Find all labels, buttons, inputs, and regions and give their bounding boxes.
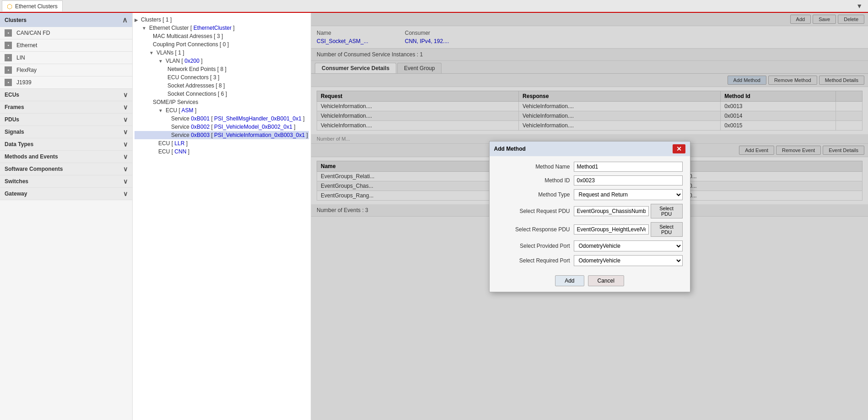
tree-cluster[interactable]: ▼ Ethernet Cluster [ EthernetCluster ] [135,24,309,32]
gateway-expand-icon: ∨ [123,190,128,197]
provided-port-select[interactable]: OdometryVehicle [574,240,683,251]
method-id-field: Method ID [497,175,683,185]
sidebar-item-label: J1939 [16,79,32,86]
sidebar-item-flexray[interactable]: ▪ FlexRay [0,64,132,76]
method-type-field: Method Type Request and Return Fire and … [497,189,683,200]
tree-coupling[interactable]: Coupling Port Connections [ 0 ] [135,40,309,49]
request-pdu-input[interactable] [574,206,649,216]
method-name-input[interactable] [574,162,683,172]
request-pdu-label: Select Request PDU [497,208,570,214]
tree-sockconn-label: Socket Connections [ 6 ] [167,91,227,97]
sidebar-section-frames[interactable]: Frames ∨ [0,101,132,114]
tree-vlans[interactable]: ▼ VLANs [ 1 ] [135,49,309,57]
methods-expand-icon: ∨ [123,153,128,160]
modal-cancel-button[interactable]: Cancel [588,275,624,286]
sidebar: Clusters ∧ ▪ CAN/CAN FD ▪ Ethernet ▪ LIN… [0,13,133,420]
required-port-label: Select Required Port [497,257,570,264]
pdus-expand-icon: ∨ [123,116,128,123]
sidebar-item-ethernet[interactable]: ▪ Ethernet [0,39,132,52]
sidebar-header: Clusters ∧ [0,13,132,27]
sidebar-item-label: CAN/CAN FD [16,30,50,36]
tree-socket-connections[interactable]: Socket Connections [ 6 ] [135,90,309,98]
sidebar-section-label: Frames [5,104,24,110]
tab-icon: ⬡ [7,3,12,10]
sidebar-section-pdus[interactable]: PDUs ∨ [0,114,132,126]
tree-root-label: Clusters [ 1 ] [141,16,172,23]
sidebar-collapse-icon[interactable]: ∧ [122,16,128,24]
response-pdu-field: Select Response PDU Select PDU [497,222,683,237]
tree-network-endpoints[interactable]: Network End Points [ 8 ] [135,65,309,73]
sidebar-item-j1939[interactable]: ▪ J1939 [0,76,132,89]
tree-service-b003[interactable]: Service 0xB003 [ PSI_VehicleInformation_… [135,131,309,139]
ecus-expand-icon: ∨ [123,91,128,98]
sidebar-item-label: LIN [16,55,25,61]
sidebar-item-lin[interactable]: ▪ LIN [0,52,132,64]
sidebar-section-datatypes[interactable]: Data Types ∨ [0,138,132,151]
sidebar-item-can[interactable]: ▪ CAN/CAN FD [0,27,132,39]
sidebar-item-label: Ethernet [16,42,37,49]
tree-root[interactable]: ▶ Clusters [ 1 ] [135,16,309,24]
tree-someip[interactable]: SOME/IP Services [135,98,309,106]
tree-sockaddr-label: Socket Addressses [ 8 ] [167,82,225,89]
tree-vlans-label: VLANs [ 1 ] [156,49,184,56]
add-method-modal: Add Method ✕ Method Name Method ID Metho… [489,141,690,292]
select-request-pdu-button[interactable]: Select PDU [651,204,683,218]
sidebar-section-label: Data Types [5,141,33,147]
top-tab-bar: ⬡ Ethernet Clusters ▼ [0,0,868,13]
sidebar-section-label: Methods and Events [5,153,58,160]
sidebar-section-software[interactable]: Software Components ∨ [0,163,132,175]
method-name-field: Method Name [497,162,683,172]
method-id-label: Method ID [497,177,570,184]
modal-footer: Add Cancel [490,272,690,292]
tree-ecu-asm[interactable]: ▼ ECU [ ASM ] [135,106,309,115]
tree-ecu-connectors[interactable]: ECU Connectors [ 3 ] [135,73,309,82]
sidebar-section-switches[interactable]: Switches ∨ [0,175,132,188]
tab-label: Ethernet Clusters [15,3,58,10]
sidebar-section-label: PDUs [5,116,19,123]
tree-socket-addresses[interactable]: Socket Addressses [ 8 ] [135,82,309,90]
method-type-label: Method Type [497,191,570,198]
tree-ecu-cnn[interactable]: ECU [ CNN ] [135,147,309,156]
tree-svc-b001-label: Service 0xB001 [ PSI_ShellMsgHandler_0xB… [171,115,305,122]
tree-vlan[interactable]: ▼ VLAN [ 0x200 ] [135,57,309,65]
tree-network-label: Network End Points [ 8 ] [167,66,226,72]
sidebar-title: Clusters [5,17,27,23]
sidebar-item-label: FlexRay [16,67,37,73]
required-port-select[interactable]: OdometryVehicle [574,255,683,266]
tree-mac-label: MAC Multicast Adresses [ 3 ] [153,33,223,39]
tree-ecullr-label: ECU [ LLR ] [158,140,188,147]
tree-ecuasm-label: ECU [ ASM ] [166,107,196,114]
method-id-input[interactable] [574,175,683,185]
tree-panel: ▶ Clusters [ 1 ] ▼ Ethernet Cluster [ Et… [133,13,311,420]
tab-dropdown[interactable]: ▼ [852,0,866,11]
ethernet-clusters-tab[interactable]: ⬡ Ethernet Clusters [2,0,63,11]
sidebar-section-gateway[interactable]: Gateway ∨ [0,188,132,200]
tree-ecuconn-label: ECU Connectors [ 3 ] [167,74,219,81]
tree-service-b002[interactable]: Service 0xB002 [ PSI_VehicleModel_0xB002… [135,123,309,131]
sidebar-section-label: Switches [5,178,28,185]
method-type-select[interactable]: Request and Return Fire and Forget One W… [574,189,683,200]
modal-close-button[interactable]: ✕ [673,144,685,153]
tree-mac[interactable]: MAC Multicast Adresses [ 3 ] [135,32,309,40]
sidebar-section-signals[interactable]: Signals ∨ [0,126,132,138]
tree-vlan-label: VLAN [ 0x200 ] [166,58,203,64]
select-response-pdu-button[interactable]: Select PDU [651,222,683,237]
tree-ecucnn-label: ECU [ CNN ] [158,148,189,155]
modal-body: Method Name Method ID Method Type Reques… [490,156,690,272]
modal-add-button[interactable]: Add [555,275,584,286]
modal-overlay: Add Method ✕ Method Name Method ID Metho… [311,13,868,420]
sidebar-section-ecus[interactable]: ECUs ∨ [0,89,132,101]
request-pdu-field: Select Request PDU Select PDU [497,204,683,218]
response-pdu-input[interactable] [574,224,649,235]
response-pdu-label: Select Response PDU [497,226,570,233]
main-layout: Clusters ∧ ▪ CAN/CAN FD ▪ Ethernet ▪ LIN… [0,13,868,420]
software-expand-icon: ∨ [123,165,128,173]
tree-coupling-label: Coupling Port Connections [ 0 ] [153,41,229,48]
tree-ecu-llr[interactable]: ECU [ LLR ] [135,139,309,147]
modal-title: Add Method [494,146,526,152]
tree-service-b001[interactable]: Service 0xB001 [ PSI_ShellMsgHandler_0xB… [135,115,309,123]
content-panel: Add Save Delete Name CSI_Socket_ASM_... … [311,13,868,420]
provided-port-label: Select Provided Port [497,243,570,249]
required-port-field: Select Required Port OdometryVehicle [497,255,683,266]
sidebar-section-methods[interactable]: Methods and Events ∨ [0,151,132,163]
